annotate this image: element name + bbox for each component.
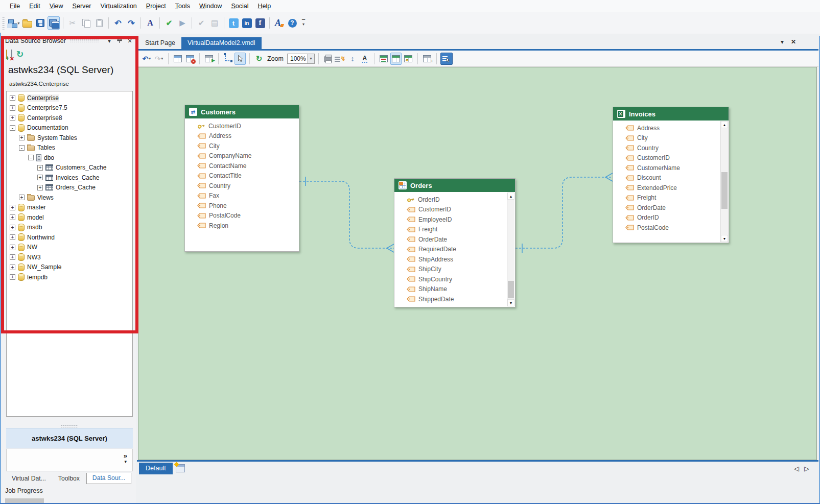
menu-item[interactable]: View (45, 0, 68, 12)
tree-item[interactable]: + NW (7, 243, 132, 253)
redo-button[interactable]: ↷▾ (153, 53, 165, 65)
entity-field-row[interactable]: Freight (394, 225, 507, 235)
copy-button[interactable] (80, 16, 92, 30)
entity-field-row[interactable]: Country (185, 181, 299, 191)
entity-field-row[interactable]: OrderID (394, 195, 507, 205)
scroll-down-icon[interactable]: ▼ (721, 235, 728, 242)
toolbar-grip[interactable] (2, 16, 5, 30)
chevron-expand-button[interactable]: » (124, 452, 127, 460)
view-keys-button[interactable] (403, 53, 414, 65)
entity-field-row[interactable]: CustomerID (394, 205, 507, 215)
menu-item[interactable]: Server (68, 0, 96, 12)
tree-item[interactable]: + model (7, 212, 132, 223)
server-group-header[interactable]: astwks234 (SQL Server) (6, 428, 133, 448)
panel-pin-icon[interactable] (115, 37, 124, 44)
arrange-fields-button[interactable]: ↯ (335, 53, 346, 65)
entity-field-row[interactable]: CustomerID (613, 153, 720, 163)
new-layout-icon[interactable] (176, 464, 185, 472)
expand-toggle-icon[interactable]: + (37, 185, 43, 190)
entity-field-row[interactable]: CustomerName (613, 163, 720, 173)
menu-item[interactable]: Window (195, 0, 226, 12)
entity-field-row[interactable]: Country (613, 143, 720, 153)
tree-item[interactable]: + master (7, 203, 132, 213)
verify-all-button[interactable]: ✔ (195, 16, 207, 30)
expand-toggle-icon[interactable]: + (10, 225, 15, 230)
tree-item[interactable]: + msdb (7, 223, 132, 233)
expand-toggle-icon[interactable]: + (10, 274, 15, 280)
chevron-caret-icon[interactable]: ▾ (124, 459, 127, 464)
entity-field-row[interactable]: ShipAddress (394, 254, 507, 265)
entity-properties-button[interactable] (172, 53, 183, 65)
tree-item[interactable]: + Centerprise8 (7, 113, 132, 123)
cut-button[interactable]: ✂ (66, 16, 79, 30)
tab-start-page[interactable]: Start Page (139, 37, 181, 49)
undo-caret-icon[interactable]: ▾ (149, 56, 151, 61)
entity-orders[interactable]: Orders OrderID CustomerID (394, 178, 516, 307)
entity-field-row[interactable]: Address (185, 131, 299, 141)
tree-item[interactable]: + NW3 (7, 252, 132, 262)
menu-item[interactable]: File (5, 0, 25, 12)
connector-orders-invoices[interactable] (516, 177, 613, 248)
zoom-caret-icon[interactable]: ▾ (307, 54, 314, 63)
remove-server-button[interactable]: ✕ (11, 50, 12, 59)
tab-list-caret-icon[interactable]: ▾ (781, 38, 784, 45)
redo-button[interactable]: ↷ (125, 16, 137, 30)
entity-field-row[interactable]: ExtendedPrice (613, 183, 720, 193)
entity-field-row[interactable]: ShipCity (394, 265, 507, 275)
new-button[interactable]: ▾ (8, 16, 20, 30)
twitter-button[interactable]: t (227, 16, 240, 30)
fit-height-button[interactable]: ↕ (347, 53, 358, 65)
expand-toggle-icon[interactable]: + (10, 105, 15, 111)
entity-customers-header[interactable]: ⇄ Customers (185, 105, 299, 118)
database-tree[interactable]: + Centerprise + Centerprise7.5 + Centerp… (6, 91, 133, 417)
open-button[interactable] (21, 16, 33, 30)
expand-toggle-icon[interactable]: + (10, 115, 15, 121)
scroll-up-icon[interactable]: ▲ (507, 193, 514, 200)
dock-tab[interactable]: Data Sour... (86, 473, 131, 484)
run-button[interactable]: ▶ (176, 16, 189, 30)
help-button[interactable]: ? (286, 16, 298, 30)
entity-scrollbar[interactable]: ▲ ▼ (507, 193, 514, 306)
auto-rename-button[interactable]: A (359, 53, 370, 65)
expand-toggle-icon[interactable]: + (19, 195, 25, 200)
save-all-button[interactable] (48, 16, 60, 30)
run-all-button[interactable]: ▤ (208, 16, 221, 30)
tab-close-icon[interactable]: ✕ (791, 38, 796, 45)
entity-field-row[interactable]: Discount (613, 173, 720, 183)
tree-item[interactable]: + Northwind (7, 232, 132, 243)
dock-tab[interactable]: Toolbox (53, 473, 85, 484)
entity-remove-button[interactable]: - (184, 53, 196, 65)
tree-item[interactable]: + Orders_Cache (7, 183, 132, 193)
tree-item[interactable]: + Centerprise (7, 93, 132, 103)
font-button[interactable]: A (144, 16, 156, 30)
expand-toggle-icon[interactable]: + (37, 175, 43, 180)
menu-item[interactable]: Project (142, 0, 171, 12)
expand-toggle-icon[interactable]: + (19, 135, 25, 140)
entity-field-row[interactable]: ShippedDate (394, 294, 507, 304)
scrollbar-thumb[interactable] (508, 281, 514, 298)
undo-button[interactable]: ↶ (112, 16, 124, 30)
view-compact-button[interactable] (378, 53, 389, 65)
undo-button[interactable]: ↶▾ (141, 53, 152, 65)
panel-header[interactable]: Data Source Browser ▾ ✕ (5, 36, 134, 45)
model-diagram-canvas[interactable]: ⇄ Customers CustomerID Address (138, 67, 817, 460)
entity-field-row[interactable]: CompanyName (185, 151, 299, 161)
add-database-button[interactable]: + (6, 50, 7, 59)
verify-button[interactable]: ✔ (163, 16, 175, 30)
pointer-tool-button[interactable] (235, 53, 246, 65)
expand-related-button[interactable]: ▶ (203, 53, 215, 65)
scrollbar-thumb[interactable] (721, 172, 728, 209)
entity-field-row[interactable]: ShipCountry (394, 274, 507, 284)
expand-toggle-icon[interactable]: + (10, 265, 15, 270)
entity-scrollbar[interactable]: ▲ ▼ (720, 121, 728, 242)
menu-item[interactable]: Edit (25, 0, 45, 12)
entity-field-row[interactable]: Phone (185, 201, 299, 211)
entity-invoices[interactable]: X Invoices Address City (613, 107, 729, 243)
nav-left-icon[interactable]: ◁ (794, 465, 799, 472)
scroll-down-icon[interactable]: ▼ (507, 299, 514, 306)
panel-drag-grip[interactable] (70, 39, 99, 42)
entity-field-row[interactable]: Region (185, 221, 299, 231)
tab-virtual-data-model[interactable]: VirtualDataModel2.vmdl (181, 37, 261, 49)
tree-item[interactable]: + Views (7, 193, 132, 203)
expand-toggle-icon[interactable]: - (10, 125, 15, 131)
